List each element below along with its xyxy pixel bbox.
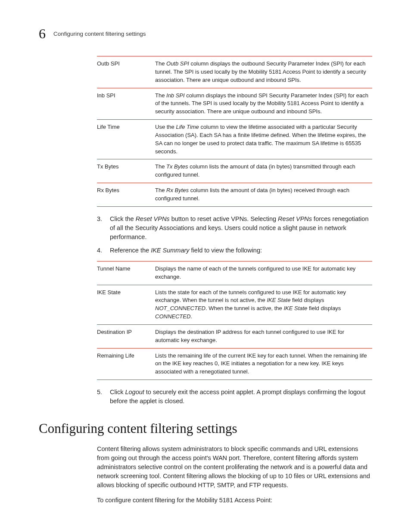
chapter-number: 6 xyxy=(39,26,46,42)
step-text: Click Logout to securely exit the access… xyxy=(110,388,372,406)
def-cell: Lists the state for each of the tunnels … xyxy=(155,285,372,324)
step-list-1: 3. Click the Reset VPNs button to reset … xyxy=(97,215,372,255)
table-row: Outb SPI The Outb SPI column displays th… xyxy=(97,56,372,88)
body-paragraph: To configure content filtering for the M… xyxy=(97,496,372,505)
term-cell: Destination IP xyxy=(97,324,155,348)
def-cell: The Tx Bytes column lists the amount of … xyxy=(155,159,372,183)
term-cell: Life Time xyxy=(97,120,155,159)
step-text: Click the Reset VPNs button to reset act… xyxy=(110,215,372,242)
list-item: 4. Reference the IKE Summary field to vi… xyxy=(97,246,372,255)
list-item: 3. Click the Reset VPNs button to reset … xyxy=(97,215,372,242)
table-row: Rx Bytes The Rx Bytes column lists the a… xyxy=(97,183,372,207)
table-row: Remaining Life Lists the remaining life … xyxy=(97,348,372,380)
def-cell: Lists the remaining life of the current … xyxy=(155,348,372,380)
step-list-2: 5. Click Logout to securely exit the acc… xyxy=(97,388,372,406)
table-row: Destination IP Displays the destination … xyxy=(97,324,372,348)
def-cell: Displays the name of each of the tunnels… xyxy=(155,261,372,285)
term-cell: Outb SPI xyxy=(97,56,155,88)
step-number: 4. xyxy=(97,246,105,255)
page-content: Outb SPI The Outb SPI column displays th… xyxy=(97,56,372,412)
table-row: IKE State Lists the state for each of th… xyxy=(97,285,372,324)
term-cell: Tx Bytes xyxy=(97,159,155,183)
def-cell: Displays the destination IP address for … xyxy=(155,324,372,348)
def-cell: The Outb SPI column displays the outboun… xyxy=(155,56,372,88)
term-cell: IKE State xyxy=(97,285,155,324)
running-title: Configuring content filtering settings xyxy=(53,31,146,37)
body-paragraph: Content filtering allows system administ… xyxy=(97,445,372,490)
definition-table-2: Tunnel Name Displays the name of each of… xyxy=(97,261,372,380)
step-number: 5. xyxy=(97,388,105,406)
def-cell: The Inb SPI column displays the inbound … xyxy=(155,88,372,120)
term-cell: Inb SPI xyxy=(97,88,155,120)
section-heading: Configuring content filtering settings xyxy=(39,421,237,436)
definition-table-1: Outb SPI The Outb SPI column displays th… xyxy=(97,56,372,207)
table-row: Tx Bytes The Tx Bytes column lists the a… xyxy=(97,159,372,183)
step-number: 3. xyxy=(97,215,105,242)
term-cell: Tunnel Name xyxy=(97,261,155,285)
def-cell: The Rx Bytes column lists the amount of … xyxy=(155,183,372,207)
table-row: Inb SPI The Inb SPI column displays the … xyxy=(97,88,372,120)
step-text: Reference the IKE Summary field to view … xyxy=(110,246,262,255)
term-cell: Rx Bytes xyxy=(97,183,155,207)
running-header: 6 Configuring content filtering settings xyxy=(39,26,377,42)
list-item: 5. Click Logout to securely exit the acc… xyxy=(97,388,372,406)
section-body: Content filtering allows system administ… xyxy=(97,445,372,511)
table-row: Tunnel Name Displays the name of each of… xyxy=(97,261,372,285)
table-row: Life Time Use the Life Time column to vi… xyxy=(97,120,372,159)
term-cell: Remaining Life xyxy=(97,348,155,380)
def-cell: Use the Life Time column to view the lif… xyxy=(155,120,372,159)
